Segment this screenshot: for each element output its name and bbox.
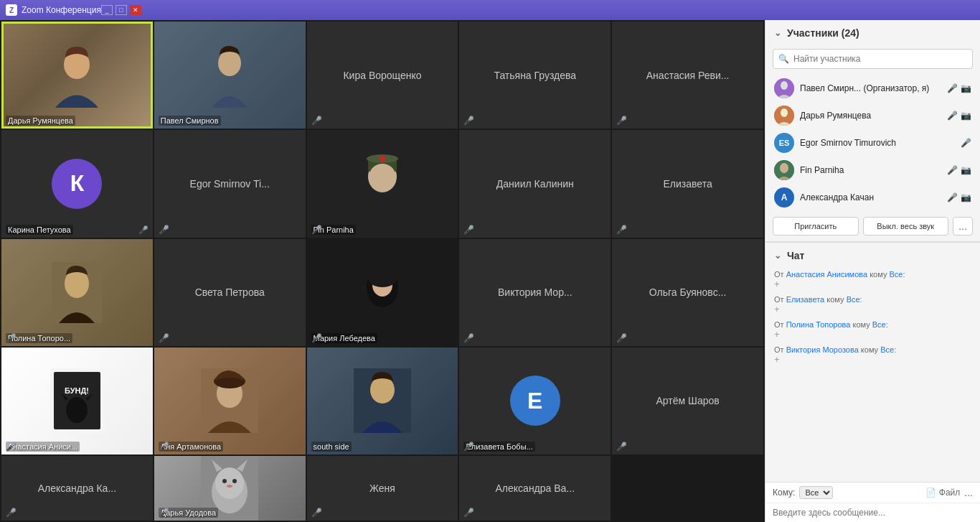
participants-header: ⌄ Участники (24) [765, 20, 980, 46]
participant-item-2[interactable]: Дарья Румянцева 🎤 📷 [765, 102, 980, 129]
search-box: 🔍 [773, 49, 973, 69]
participants-title: Участники (24) [787, 27, 859, 39]
mute-icon-6: 🎤 [138, 225, 149, 235]
video-cell-23[interactable]: Женя 🎤 [307, 456, 458, 521]
svg-point-33 [232, 479, 237, 483]
mute-icon-4: 🎤 [463, 116, 474, 126]
video-cell-24[interactable]: Александра Ва... 🎤 [459, 456, 611, 521]
video-cell-6[interactable]: К Карина Петухова 🎤 [1, 130, 153, 237]
participants-chevron-icon[interactable]: ⌄ [774, 28, 781, 38]
participants-section: ⌄ Участники (24) 🔍 Павел Смирн... (Орган… [765, 20, 980, 242]
video-cell-2[interactable]: Павел Смирнов [154, 22, 306, 129]
everyone-1[interactable]: Все: [889, 270, 905, 279]
video-cell-19[interactable]: E Елизавета Бобы... 🎤 [459, 348, 611, 455]
sender-2[interactable]: Елизавета [786, 295, 825, 304]
video-cell-20[interactable]: Артём Шаров 🎤 [612, 348, 763, 455]
from-label-4: От [774, 345, 784, 354]
mute-icon-7: 🎤 [159, 225, 169, 235]
video-cell-16[interactable]: БУНД! Анастасия Аниси... 🎤 [1, 348, 153, 455]
participant-name-1: Павел Смирн... (Организатор, я) [800, 83, 941, 93]
minimize-button[interactable]: _ [101, 5, 113, 15]
video-cell-13[interactable]: Мария Лебедева 🎤 [307, 239, 458, 346]
mute-all-button[interactable]: Выкл. весь звук [863, 217, 949, 236]
chat-more-button[interactable]: ... [964, 487, 973, 498]
svg-point-8 [380, 156, 385, 162]
chat-expand-2[interactable]: + [774, 304, 971, 314]
participant-name-3: Egor Smirnov Timurovich [800, 138, 955, 148]
from-label-2: От [774, 295, 784, 304]
participant-item-5[interactable]: A Александра Качан 🎤 📷 [765, 184, 980, 211]
cell-20-name: Артём Шаров [654, 392, 722, 409]
chat-message-1: От Анастасия Анисимова кому Все: + [774, 270, 971, 289]
cell-9-name: Даниил Калинин [494, 175, 577, 192]
video-cell-10[interactable]: Елизавета 🎤 [612, 130, 763, 237]
cell-2-name: Павел Смирнов [159, 116, 221, 126]
chat-chevron-icon[interactable]: ⌄ [774, 251, 781, 261]
participant-avatar-4 [774, 160, 794, 180]
invite-button[interactable]: Пригласить [773, 217, 859, 236]
video-cell-12[interactable]: Света Петрова 🎤 [154, 239, 306, 346]
cam-icon-1: 📷 [961, 83, 971, 93]
chat-expand-3[interactable]: + [774, 329, 971, 340]
chat-title: Чат [787, 250, 804, 261]
video-cell-9[interactable]: Даниил Калинин 🎤 [459, 130, 611, 237]
search-input[interactable] [773, 49, 973, 69]
cam-icon-2: 📷 [961, 111, 971, 121]
cell-18-name: south side [311, 442, 352, 452]
everyone-4[interactable]: Все: [880, 345, 896, 354]
video-cell-4[interactable]: Татьяна Груздева 🎤 [459, 22, 611, 129]
avatar-19: E [510, 376, 560, 426]
window-controls[interactable]: _ □ ✕ [101, 5, 141, 15]
chat-recipient-select[interactable]: Все [799, 486, 833, 499]
maximize-button[interactable]: □ [116, 5, 127, 15]
cell-3-name: Кира Ворощенко [340, 67, 424, 84]
cell-12-name: Света Петрова [192, 284, 268, 301]
participants-more-button[interactable]: ... [953, 217, 973, 236]
close-button[interactable]: ✕ [130, 5, 141, 15]
sender-3[interactable]: Полина Топорова [786, 320, 851, 329]
participant-item-4[interactable]: Fin Parniha 🎤 📷 [765, 157, 980, 184]
chat-expand-1[interactable]: + [774, 279, 971, 289]
sender-4[interactable]: Виктория Морозова [786, 345, 859, 354]
mute-icon-21: 🎤 [6, 508, 17, 518]
titlebar-title: Zoom Конференция [22, 5, 101, 15]
mute-icon-22: 🎤 [159, 508, 169, 518]
svg-point-12 [66, 271, 88, 293]
participant-item-3[interactable]: ES Egor Smirnov Timurovich 🎤 [765, 129, 980, 157]
chat-expand-4[interactable]: + [774, 354, 971, 365]
video-cell-18[interactable]: south side [307, 348, 458, 455]
mute-icon-10: 🎤 [616, 225, 627, 235]
chat-message-2: От Елизавета кому Все: + [774, 295, 971, 314]
participant-item-1[interactable]: Павел Смирн... (Организатор, я) 🎤 📷 [765, 75, 980, 102]
sender-1[interactable]: Анастасия Анисимова [786, 270, 867, 279]
video-cell-5[interactable]: Анастасия Реви... 🎤 [612, 22, 763, 129]
chat-footer: Кому: Все 📄 Файл ... [765, 482, 980, 522]
mute-icon-15: 🎤 [616, 333, 627, 343]
video-cell-3[interactable]: Кира Ворощенко 🎤 [307, 22, 458, 129]
video-cell-1[interactable]: Дарья Румянцева [1, 22, 153, 129]
chat-to-row: Кому: Все 📄 Файл ... [765, 483, 980, 503]
video-cell-22[interactable]: Дарья Удодова 🎤 [154, 456, 306, 521]
mute-icon-12: 🎤 [159, 333, 169, 343]
mic-icon-1: 🎤 [947, 83, 958, 93]
video-cell-17[interactable]: Аня Артамонова 🎤 [154, 348, 306, 455]
mic-icon-2: 🎤 [947, 111, 958, 121]
video-cell-11[interactable]: Полина Топоро... 🎤 [1, 239, 153, 346]
video-cell-8[interactable]: Fin Parniha 🎤 [307, 130, 458, 237]
cell-6-name: Карина Петухова [6, 225, 73, 235]
participants-footer: Пригласить Выкл. весь звук ... [765, 211, 980, 241]
file-button[interactable]: 📄 Файл [925, 488, 960, 498]
video-cell-21[interactable]: Александра Ка... 🎤 [1, 456, 153, 521]
video-cell-14[interactable]: Виктория Мор... 🎤 [459, 239, 611, 346]
titlebar: Z Zoom Конференция _ □ ✕ [0, 0, 980, 20]
everyone-2[interactable]: Все: [847, 295, 862, 304]
chat-from-line-1: От Анастасия Анисимова кому Все: [774, 270, 971, 279]
video-cell-15[interactable]: Ольга Буяновс... 🎤 [612, 239, 763, 346]
svg-point-40 [780, 163, 788, 173]
video-cell-7[interactable]: Egor Smirnov Ti... 🎤 [154, 130, 306, 237]
mute-icon-8: 🎤 [311, 225, 322, 235]
participant-name-4: Fin Parniha [800, 165, 941, 175]
chat-input[interactable] [773, 508, 973, 518]
chat-header: ⌄ Чат [765, 242, 980, 266]
everyone-3[interactable]: Все: [872, 320, 888, 329]
